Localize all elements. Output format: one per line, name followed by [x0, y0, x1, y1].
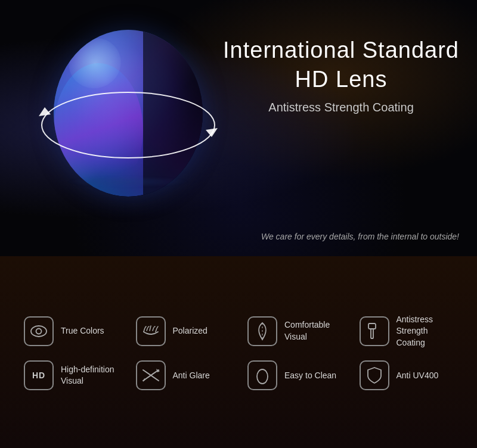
svg-rect-6 — [371, 329, 373, 338]
uv400-label: Anti UV400 — [397, 370, 439, 382]
eyelash-icon-box — [136, 316, 166, 346]
hero-title: International Standard HD Lens — [223, 36, 459, 95]
feature-hd: HD High-definition Visual — [24, 360, 118, 390]
leaf-icon-box — [247, 316, 277, 346]
svg-marker-2 — [206, 128, 218, 137]
hero-text: International Standard HD Lens Antistres… — [223, 36, 459, 114]
hero-tagline: We care for every details, from the inte… — [261, 232, 459, 241]
feature-antistress: Antistress Strength Coating — [360, 314, 454, 349]
hammer-icon-box — [360, 316, 389, 346]
features-section: True Colors — [0, 256, 477, 448]
shield-icon-box — [360, 360, 389, 390]
antistress-label: Antistress Strength Coating — [397, 314, 454, 349]
shuffle-icon-box — [136, 360, 166, 390]
svg-point-3 — [31, 326, 47, 337]
comfortable-label: Comfortable Visual — [284, 319, 330, 343]
page-wrapper: International Standard HD Lens Antistres… — [0, 0, 477, 448]
drop-icon-box — [247, 360, 277, 390]
feature-easy-clean: Easy to Clean — [247, 360, 342, 390]
feature-comfortable: Comfortable Visual — [247, 316, 342, 346]
feature-polarized: Polarized — [136, 316, 230, 346]
feature-anti-glare: Anti Glare — [136, 360, 230, 390]
svg-rect-5 — [368, 323, 376, 329]
eye-icon-box — [24, 316, 54, 346]
polarized-label: Polarized — [173, 325, 207, 337]
features-row-1: True Colors — [24, 314, 453, 349]
lens-visual — [36, 18, 221, 232]
hero-section: International Standard HD Lens Antistres… — [0, 0, 477, 256]
feature-true-colors: True Colors — [24, 316, 118, 346]
hd-label: High-definition Visual — [61, 364, 114, 387]
svg-point-9 — [257, 369, 268, 384]
svg-point-4 — [36, 329, 42, 334]
feature-uv400: Anti UV400 — [360, 360, 454, 390]
anti-glare-label: Anti Glare — [173, 370, 210, 382]
features-row-2: HD High-definition Visual — [24, 360, 453, 390]
hero-subtitle: Antistress Strength Coating — [223, 101, 459, 114]
true-colors-label: True Colors — [61, 325, 104, 337]
svg-point-0 — [42, 92, 215, 158]
orbit-ring — [36, 54, 221, 173]
hd-icon-box: HD — [24, 360, 54, 390]
easy-clean-label: Easy to Clean — [284, 370, 336, 382]
